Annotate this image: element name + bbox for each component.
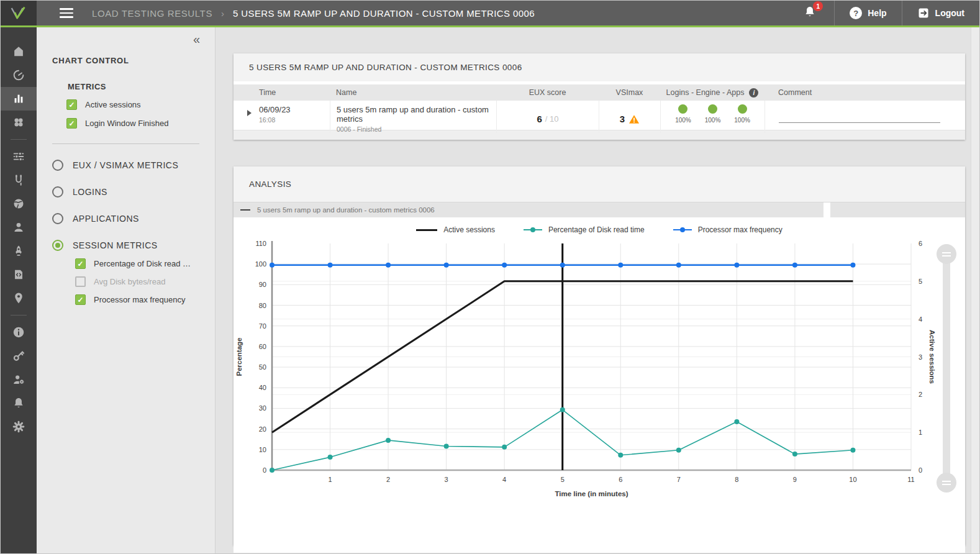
bar-chart-icon[interactable] bbox=[1, 87, 37, 111]
metric-group-radio-row[interactable]: SESSION METRICS bbox=[52, 240, 215, 251]
rail-divider bbox=[11, 139, 27, 140]
svg-text:2: 2 bbox=[919, 391, 922, 398]
metric-checkbox-row[interactable]: Avg Disk bytes/read bbox=[75, 276, 215, 287]
sliders-icon[interactable] bbox=[1, 145, 37, 168]
y-axis-range-slider[interactable] bbox=[937, 245, 956, 491]
logout-button[interactable]: Logout bbox=[902, 1, 979, 25]
globe-icon[interactable] bbox=[1, 192, 37, 216]
chart-area: Active sessionsPercentage of Disk read t… bbox=[234, 225, 965, 553]
range-slider-top-handle[interactable] bbox=[937, 244, 956, 264]
engine-status-dot bbox=[708, 104, 717, 114]
collapse-panel-icon[interactable]: « bbox=[193, 32, 200, 47]
logout-icon bbox=[917, 7, 930, 19]
radio-unselected-icon[interactable] bbox=[52, 186, 63, 198]
app-logo[interactable] bbox=[1, 1, 37, 25]
table-row[interactable]: 06/09/23 16:08 5 users 5m ramp up and du… bbox=[234, 101, 965, 130]
legend-swatch bbox=[524, 229, 542, 231]
metric-label: Processor max frequency bbox=[94, 295, 185, 304]
test-date: 06/09/23 bbox=[259, 105, 330, 114]
expand-row-icon[interactable] bbox=[247, 110, 252, 116]
cable-icon[interactable] bbox=[1, 168, 37, 192]
legend-label: Percentage of Disk read time bbox=[548, 225, 645, 234]
top-bar: LOAD TESTING RESULTS › 5 USERS 5M RAMP U… bbox=[1, 1, 979, 27]
svg-text:6: 6 bbox=[919, 240, 922, 247]
eux-score-value: 6 bbox=[537, 114, 542, 124]
checkbox-checked-icon[interactable] bbox=[75, 294, 86, 305]
svg-text:8: 8 bbox=[735, 476, 738, 483]
legend-item[interactable]: Percentage of Disk read time bbox=[524, 225, 645, 234]
gear-icon[interactable] bbox=[1, 415, 37, 438]
warning-icon bbox=[628, 114, 640, 124]
radio-unselected-icon[interactable] bbox=[52, 160, 63, 171]
line-chart: 0102030405060708090100110012345612345678… bbox=[234, 237, 935, 501]
notifications-button[interactable]: 1 bbox=[803, 5, 817, 21]
metric-group-radio-row[interactable]: EUX / VSIMAX METRICS bbox=[52, 160, 215, 171]
svg-text:1: 1 bbox=[328, 476, 332, 483]
page-title: 5 USERS 5M RAMP UP AND DURATION - CUSTOM… bbox=[233, 8, 535, 19]
gauge-icon[interactable] bbox=[1, 63, 37, 87]
svg-text:7: 7 bbox=[677, 476, 681, 483]
svg-text:4: 4 bbox=[919, 316, 922, 323]
key-icon[interactable] bbox=[1, 344, 37, 368]
checkbox-checked-icon[interactable] bbox=[75, 258, 86, 269]
help-icon: ? bbox=[850, 7, 862, 19]
checkbox-checked-icon[interactable] bbox=[66, 118, 77, 129]
main-content: 5 USERS 5M RAMP UP AND DURATION - CUSTOM… bbox=[216, 27, 979, 553]
results-table-header: Time Name EUX score VSImax Logins - Engi… bbox=[234, 84, 965, 101]
metric-label: Login Window Finished bbox=[85, 119, 168, 128]
help-button[interactable]: ? Help bbox=[835, 1, 901, 25]
svg-text:30: 30 bbox=[259, 404, 266, 412]
breadcrumb[interactable]: LOAD TESTING RESULTS bbox=[92, 8, 212, 19]
user-icon[interactable] bbox=[1, 216, 37, 239]
metrics-section-title: METRICS bbox=[68, 82, 215, 91]
map-pin-icon[interactable] bbox=[1, 286, 37, 310]
icon-rail bbox=[1, 27, 37, 553]
svg-text:3: 3 bbox=[445, 476, 448, 483]
group-label: EUX / VSIMAX METRICS bbox=[73, 160, 178, 170]
checkbox-checked-icon[interactable] bbox=[66, 99, 77, 110]
series-label[interactable]: 5 users 5m ramp up and duration - custom… bbox=[257, 206, 435, 214]
metric-group-radio-row[interactable]: LOGINS bbox=[52, 186, 215, 198]
series-line-swatch bbox=[240, 209, 250, 211]
chart-series-bar: 5 users 5m ramp up and duration - custom… bbox=[234, 202, 965, 217]
logins-percent: 100% bbox=[675, 117, 691, 124]
analysis-card: ANALYSIS 5 users 5m ramp up and duration… bbox=[234, 166, 965, 545]
code-file-icon[interactable] bbox=[1, 263, 37, 286]
svg-text:3: 3 bbox=[919, 353, 922, 361]
metric-checkbox-row[interactable]: Login Window Finished bbox=[66, 118, 215, 129]
rocket-icon[interactable] bbox=[1, 239, 37, 263]
radio-unselected-icon[interactable] bbox=[52, 213, 63, 224]
svg-text:60: 60 bbox=[259, 343, 266, 350]
svg-text:10: 10 bbox=[259, 446, 266, 453]
range-slider-bottom-handle[interactable] bbox=[937, 473, 956, 493]
test-time: 16:08 bbox=[259, 116, 330, 124]
apps-icon[interactable] bbox=[1, 111, 37, 134]
info-icon[interactable]: i bbox=[749, 88, 758, 98]
panel-title: CHART CONTROL bbox=[52, 56, 215, 65]
menu-icon[interactable] bbox=[60, 6, 73, 20]
radio-selected-icon[interactable] bbox=[52, 240, 63, 251]
col-header-vsimax: VSImax bbox=[599, 84, 660, 101]
metric-checkbox-row[interactable]: Processor max frequency bbox=[75, 294, 215, 305]
checkbox-unchecked-icon[interactable] bbox=[75, 276, 86, 287]
comment-input[interactable] bbox=[779, 122, 940, 123]
logins-status-dot bbox=[678, 104, 687, 114]
svg-text:2: 2 bbox=[386, 476, 390, 483]
user-gear-icon[interactable] bbox=[1, 368, 37, 391]
home-icon[interactable] bbox=[1, 40, 37, 63]
page-scroll-gutter[interactable] bbox=[971, 27, 979, 553]
svg-text:5: 5 bbox=[561, 476, 565, 483]
metric-group-radio-row[interactable]: APPLICATIONS bbox=[52, 213, 215, 224]
test-results-card: 5 USERS 5M RAMP UP AND DURATION - CUSTOM… bbox=[234, 53, 965, 140]
svg-text:10: 10 bbox=[849, 476, 856, 483]
svg-text:50: 50 bbox=[259, 363, 266, 371]
info-icon[interactable] bbox=[1, 320, 37, 344]
svg-text:110: 110 bbox=[255, 240, 266, 247]
group-label: LOGINS bbox=[73, 187, 107, 197]
bell-icon[interactable] bbox=[1, 391, 37, 415]
range-slider-track[interactable] bbox=[943, 252, 950, 485]
legend-item[interactable]: Processor max frequency bbox=[673, 225, 783, 234]
metric-checkbox-row[interactable]: Percentage of Disk read … bbox=[75, 258, 215, 269]
metric-checkbox-row[interactable]: Active sessions bbox=[66, 99, 215, 110]
legend-item[interactable]: Active sessions bbox=[416, 225, 495, 234]
